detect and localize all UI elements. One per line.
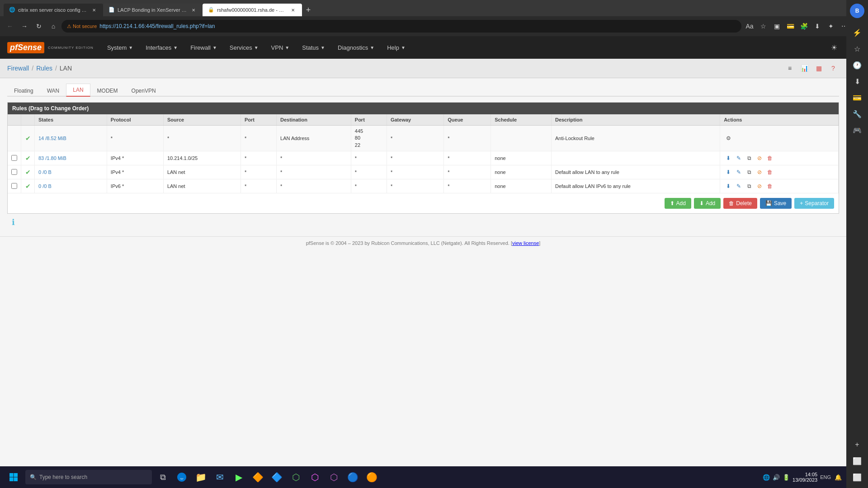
browser-tab-1[interactable]: 🌐 citrix xen server cisco config - Se...… [4, 4, 103, 16]
breadcrumb-firewall[interactable]: Firewall [7, 65, 29, 72]
back-button[interactable]: ← [4, 20, 16, 33]
taskbar-app10[interactable]: 🔵 [344, 468, 362, 486]
forward-button[interactable]: → [18, 20, 31, 33]
sidebar-downloads[interactable]: ⬇ [850, 74, 864, 89]
browser-tab-2[interactable]: 📄 LACP Bonding in XenServer - Co... ✕ [103, 4, 203, 16]
row1-states-link[interactable]: 83 /1.80 MiB [38, 155, 66, 161]
row3-states-link[interactable]: 0 /0 B [38, 183, 52, 189]
taskbar-app11[interactable]: 🟠 [363, 468, 381, 486]
sidebar-compat[interactable]: 🔧 [850, 107, 864, 121]
tab-1-close[interactable]: ✕ [90, 6, 98, 14]
taskbar-notification-icon[interactable]: 🔔 [834, 473, 843, 482]
nav-firewall[interactable]: Firewall ▼ [184, 36, 223, 59]
taskbar-mail[interactable]: ✉ [211, 468, 229, 486]
home-button[interactable]: ⌂ [47, 20, 60, 33]
row3-disable-icon[interactable]: ⊘ [755, 182, 764, 191]
taskbar-app6[interactable]: 🔷 [268, 468, 286, 486]
taskbar-app7[interactable]: ⬡ [287, 468, 305, 486]
tab-modem[interactable]: MODEM [90, 84, 125, 97]
taskbar-explorer[interactable]: 📁 [192, 468, 210, 486]
taskbar-lang[interactable]: ENG [819, 474, 832, 481]
browser-wallet-icon[interactable]: 💳 [784, 20, 797, 33]
row-al-states-link[interactable]: 14 /8.52 MiB [38, 136, 66, 141]
extensions-icon[interactable]: 🧩 [797, 20, 810, 33]
delete-button[interactable]: 🗑 Delete [723, 198, 757, 209]
bc-table-icon[interactable]: ▦ [813, 62, 825, 74]
taskbar-network-icon[interactable]: 🌐 [762, 473, 771, 482]
new-tab-button[interactable]: + [302, 4, 315, 16]
row2-edit-icon[interactable]: ✎ [734, 168, 743, 177]
windows-start-button[interactable] [4, 467, 24, 487]
row1-move-icon[interactable]: ⬇ [724, 154, 733, 163]
nav-help[interactable]: Help ▼ [381, 36, 412, 59]
taskbar-taskview[interactable]: ⧉ [154, 468, 172, 486]
nav-interfaces[interactable]: Interfaces ▼ [139, 36, 184, 59]
add-button-2[interactable]: ⬇ Add [694, 198, 721, 209]
taskbar-edge[interactable] [173, 468, 191, 486]
taskbar-app5[interactable]: 🔶 [249, 468, 267, 486]
taskbar-app8[interactable]: ⬡ [306, 468, 324, 486]
row1-edit-icon[interactable]: ✎ [734, 154, 743, 163]
split-screen-icon[interactable]: ▣ [770, 20, 783, 33]
row-al-settings-icon[interactable]: ⚙ [724, 134, 733, 143]
row2-checkbox[interactable] [11, 169, 17, 175]
taskbar-clock[interactable]: 14:05 13/09/2023 [793, 472, 817, 483]
refresh-button[interactable]: ↻ [33, 20, 45, 33]
row2-copy-icon[interactable]: ⧉ [745, 168, 754, 177]
nav-vpn[interactable]: VPN ▼ [265, 36, 296, 59]
save-button[interactable]: 💾 Save [760, 198, 792, 209]
row3-edit-icon[interactable]: ✎ [734, 182, 743, 191]
taskbar-terminal[interactable]: ▶ [230, 468, 248, 486]
edge-profile-icon[interactable]: B [850, 4, 864, 18]
nav-status[interactable]: Status ▼ [296, 36, 331, 59]
sidebar-history[interactable]: 🕐 [850, 58, 864, 72]
sidebar-feedback[interactable]: + [850, 437, 864, 452]
row3-delete-icon[interactable]: 🗑 [765, 182, 774, 191]
row1-disable-icon[interactable]: ⊘ [755, 154, 764, 163]
row3-move-icon[interactable]: ⬇ [724, 182, 733, 191]
bc-help-icon[interactable]: ? [827, 62, 839, 74]
address-bar[interactable]: ⚠ Not secure https://10.214.1.66:445/fir… [61, 20, 741, 33]
copilot-icon[interactable]: ✦ [825, 20, 837, 33]
downloads-icon[interactable]: ⬇ [811, 20, 824, 33]
row1-copy-icon[interactable]: ⧉ [745, 154, 754, 163]
sidebar-wallet[interactable]: 💳 [850, 90, 864, 105]
nav-services[interactable]: Services ▼ [223, 36, 265, 59]
tab-lan[interactable]: LAN [66, 84, 90, 97]
row1-checkbox[interactable] [11, 155, 17, 161]
row1-delete-icon[interactable]: 🗑 [765, 154, 774, 163]
taskbar-speaker-icon[interactable]: 🔊 [772, 473, 781, 482]
taskbar-battery-icon[interactable]: 🔋 [782, 473, 791, 482]
browser-tab-3[interactable]: 🔒 rshafw000000001.rsha.de - Fire... ✕ [203, 4, 302, 16]
row3-copy-icon[interactable]: ⧉ [745, 182, 754, 191]
info-icon[interactable]: ℹ [12, 218, 15, 227]
row2-move-icon[interactable]: ⬇ [724, 168, 733, 177]
sidebar-favorites[interactable]: ☆ [850, 42, 864, 56]
bc-chart-icon[interactable]: 📊 [798, 62, 810, 74]
tab-wan[interactable]: WAN [40, 84, 66, 97]
sidebar-discover[interactable]: ⚡ [850, 25, 864, 40]
tab-openvpn[interactable]: OpenVPN [125, 84, 163, 97]
tab-floating[interactable]: Floating [7, 84, 40, 97]
nav-diagnostics[interactable]: Diagnostics ▼ [331, 36, 381, 59]
nav-system[interactable]: System ▼ [101, 36, 139, 59]
sidebar-more[interactable]: ⬜ [850, 470, 864, 484]
row2-states-link[interactable]: 0 /0 B [38, 169, 52, 175]
favorites-icon[interactable]: ☆ [757, 20, 769, 33]
separator-button[interactable]: + Separator [794, 198, 834, 209]
row3-checkbox[interactable] [11, 183, 17, 189]
read-mode-icon[interactable]: Aa [743, 20, 756, 33]
tab-2-close[interactable]: ✕ [190, 6, 197, 14]
nav-theme-icon[interactable]: ☀ [829, 42, 839, 54]
taskbar-search-box[interactable]: 🔍 Type here to search [25, 470, 152, 484]
breadcrumb-rules[interactable]: Rules [36, 65, 52, 72]
footer-license-link[interactable]: view license [512, 240, 539, 246]
add-button-1[interactable]: ⬆ Add [665, 198, 691, 209]
row2-disable-icon[interactable]: ⊘ [755, 168, 764, 177]
row2-delete-icon[interactable]: 🗑 [765, 168, 774, 177]
taskbar-app9[interactable]: ⬡ [325, 468, 343, 486]
sidebar-game[interactable]: 🎮 [850, 123, 864, 137]
sidebar-expand[interactable]: ⬜ [850, 454, 864, 468]
bc-filter-icon[interactable]: ≡ [784, 62, 796, 74]
tab-3-close[interactable]: ✕ [289, 6, 297, 14]
